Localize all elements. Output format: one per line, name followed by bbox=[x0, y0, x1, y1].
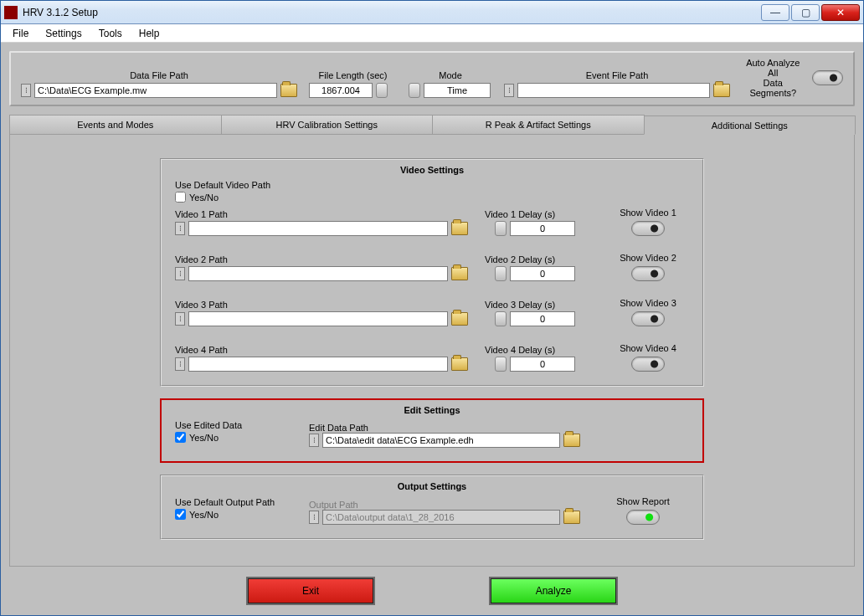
auto-analyze-label: Auto Analyze All Data Segments? bbox=[742, 58, 804, 98]
auto-analyze-toggle[interactable] bbox=[812, 70, 843, 85]
folder-icon[interactable] bbox=[563, 511, 580, 524]
video1-path-input[interactable] bbox=[188, 221, 448, 236]
output-path-input bbox=[322, 510, 560, 525]
video2-path-input[interactable] bbox=[188, 266, 448, 281]
folder-icon[interactable] bbox=[280, 84, 297, 97]
video-grid: Video 1 Path ⁞ Video 1 Delay (s) bbox=[175, 208, 689, 372]
video3-path-input[interactable] bbox=[188, 311, 448, 326]
video4-path-input[interactable] bbox=[188, 357, 448, 372]
video4-delay-col: Video 4 Delay (s) bbox=[485, 345, 585, 372]
path-handle-icon[interactable]: ⁞ bbox=[175, 267, 185, 280]
video2-path-col: Video 2 Path ⁞ bbox=[175, 254, 468, 281]
video2-show-col: Show Video 2 bbox=[602, 253, 694, 281]
path-handle-icon[interactable]: ⁞ bbox=[175, 222, 185, 235]
path-handle-icon: ⁞ bbox=[309, 511, 319, 524]
event-file-col: Event File Path ⁞ bbox=[504, 70, 730, 98]
video4-path-col: Video 4 Path ⁞ bbox=[175, 345, 468, 372]
minimize-button[interactable]: — bbox=[761, 4, 789, 21]
video2-show-toggle[interactable] bbox=[631, 266, 665, 281]
titlebar: HRV 3.1.2 Setup — ▢ ✕ bbox=[1, 1, 863, 24]
path-handle-icon[interactable]: ⁞ bbox=[504, 84, 514, 97]
video3-delay-input[interactable] bbox=[510, 311, 575, 326]
video-settings-title: Video Settings bbox=[175, 165, 689, 175]
path-handle-icon[interactable]: ⁞ bbox=[175, 312, 185, 326]
menu-tools[interactable]: Tools bbox=[92, 26, 129, 41]
folder-icon[interactable] bbox=[713, 84, 730, 97]
window-title: HRV 3.1.2 Setup bbox=[23, 7, 761, 18]
output-path-block: Output Path ⁞ bbox=[309, 500, 580, 525]
use-edited-checkbox[interactable] bbox=[175, 432, 186, 443]
analyze-button[interactable]: Analyze bbox=[491, 578, 616, 603]
tab-events-modes[interactable]: Events and Modes bbox=[9, 115, 222, 134]
tab-body: Video Settings Use Default Video Path Ye… bbox=[9, 135, 855, 567]
menu-settings[interactable]: Settings bbox=[39, 26, 88, 41]
mode-input[interactable] bbox=[424, 83, 491, 98]
use-default-output-checkbox[interactable] bbox=[175, 509, 186, 520]
use-edited-block: Use Edited Data Yes/No bbox=[175, 420, 292, 448]
folder-icon[interactable] bbox=[451, 312, 468, 326]
video3-show-label: Show Video 3 bbox=[620, 298, 676, 308]
edit-path-block: Edit Data Path ⁞ bbox=[309, 423, 580, 448]
video1-path-col: Video 1 Path ⁞ bbox=[175, 209, 468, 236]
video1-delay-label: Video 1 Delay (s) bbox=[485, 209, 585, 219]
data-file-input[interactable] bbox=[34, 83, 277, 98]
video3-delay-col: Video 3 Delay (s) bbox=[485, 300, 585, 326]
auto-analyze-col: Auto Analyze All Data Segments? bbox=[742, 58, 843, 98]
path-handle-icon[interactable]: ⁞ bbox=[21, 84, 31, 97]
video2-delay-spinner[interactable] bbox=[495, 266, 507, 281]
maximize-button[interactable]: ▢ bbox=[791, 4, 820, 21]
use-default-video-check-row: Yes/No bbox=[175, 192, 689, 203]
path-handle-icon[interactable]: ⁞ bbox=[175, 357, 185, 371]
event-file-input[interactable] bbox=[517, 83, 710, 98]
app-window: HRV 3.1.2 Setup — ▢ ✕ File Settings Tool… bbox=[0, 0, 864, 616]
use-default-output-label: Use Default Output Path bbox=[175, 497, 292, 507]
yesno-label: Yes/No bbox=[189, 192, 219, 203]
data-file-col: Data File Path ⁞ bbox=[21, 70, 297, 98]
edit-path-label: Edit Data Path bbox=[309, 423, 580, 433]
event-file-row: ⁞ bbox=[504, 83, 730, 98]
yesno-label: Yes/No bbox=[189, 433, 219, 443]
edit-settings-title: Edit Settings bbox=[175, 405, 689, 415]
video4-delay-spinner[interactable] bbox=[495, 357, 507, 372]
video3-show-toggle[interactable] bbox=[631, 311, 665, 326]
path-handle-icon[interactable]: ⁞ bbox=[309, 434, 319, 447]
video4-delay-input[interactable] bbox=[510, 357, 575, 372]
folder-icon[interactable] bbox=[451, 357, 468, 371]
file-length-input[interactable] bbox=[309, 83, 373, 98]
folder-icon[interactable] bbox=[563, 434, 580, 447]
footer: Exit Analyze bbox=[9, 567, 855, 615]
show-report-toggle[interactable] bbox=[626, 510, 660, 525]
tab-hrv-calibration[interactable]: HRV Calibration Settings bbox=[221, 115, 434, 134]
output-settings-group: Output Settings Use Default Output Path … bbox=[160, 475, 704, 540]
close-button[interactable]: ✕ bbox=[821, 4, 860, 21]
video3-path-col: Video 3 Path ⁞ bbox=[175, 300, 468, 326]
mode-spinner[interactable] bbox=[409, 83, 420, 98]
data-file-label: Data File Path bbox=[21, 70, 297, 80]
use-edited-label: Use Edited Data bbox=[175, 420, 292, 430]
menu-file[interactable]: File bbox=[6, 26, 35, 41]
folder-icon[interactable] bbox=[451, 267, 468, 280]
video2-show-label: Show Video 2 bbox=[620, 253, 676, 263]
edit-path-input[interactable] bbox=[322, 433, 560, 448]
video1-delay-spinner[interactable] bbox=[495, 221, 507, 236]
tab-r-peak-artifact[interactable]: R Peak & Artifact Settings bbox=[432, 115, 645, 134]
file-length-spinner[interactable] bbox=[376, 83, 388, 98]
show-report-label: Show Report bbox=[616, 496, 670, 506]
video2-delay-label: Video 2 Delay (s) bbox=[485, 254, 585, 264]
video2-delay-input[interactable] bbox=[510, 266, 575, 281]
exit-button[interactable]: Exit bbox=[248, 578, 373, 603]
menu-help[interactable]: Help bbox=[132, 26, 167, 41]
top-settings-panel: Data File Path ⁞ File Length (sec) Mode bbox=[9, 51, 855, 106]
tab-additional-settings[interactable]: Additional Settings bbox=[644, 116, 856, 135]
video4-delay-label: Video 4 Delay (s) bbox=[485, 345, 585, 355]
window-controls: — ▢ ✕ bbox=[761, 4, 860, 21]
video2-path-label: Video 2 Path bbox=[175, 254, 468, 264]
video1-delay-input[interactable] bbox=[510, 221, 575, 236]
video1-show-toggle[interactable] bbox=[631, 221, 665, 236]
folder-icon[interactable] bbox=[451, 222, 468, 235]
video4-show-col: Show Video 4 bbox=[602, 343, 694, 372]
use-default-video-checkbox[interactable] bbox=[175, 192, 186, 203]
video4-show-toggle[interactable] bbox=[631, 357, 665, 372]
video3-delay-spinner[interactable] bbox=[495, 311, 507, 326]
video3-path-label: Video 3 Path bbox=[175, 300, 468, 310]
